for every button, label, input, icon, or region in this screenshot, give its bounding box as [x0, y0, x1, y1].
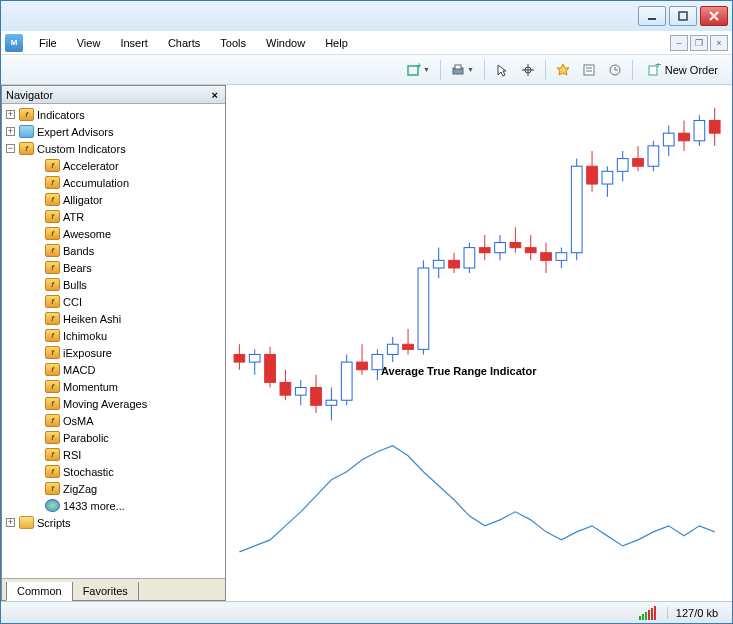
mdi-minimize-button[interactable]: –: [670, 35, 688, 51]
tree-item[interactable]: fMomentum: [2, 378, 225, 395]
menu-file[interactable]: File: [29, 34, 67, 52]
tab-common[interactable]: Common: [6, 582, 73, 601]
svg-rect-82: [709, 120, 720, 133]
maximize-button[interactable]: [669, 6, 697, 26]
function-icon: [19, 125, 34, 138]
function-icon: f: [45, 482, 60, 495]
history-button[interactable]: [603, 59, 627, 81]
navigator-close-icon[interactable]: ×: [209, 89, 221, 101]
function-icon: f: [45, 278, 60, 291]
svg-rect-26: [280, 382, 291, 395]
tree-item[interactable]: fOsMA: [2, 412, 225, 429]
chart-canvas: [226, 85, 732, 601]
svg-rect-62: [556, 253, 567, 261]
mdi-close-button[interactable]: ×: [710, 35, 728, 51]
tree-item-label: RSI: [63, 449, 81, 461]
statusbar: 127/0 kb: [1, 601, 732, 623]
function-icon: f: [19, 108, 34, 121]
tree-item[interactable]: fAwesome: [2, 225, 225, 242]
function-icon: f: [45, 448, 60, 461]
svg-rect-40: [387, 344, 398, 354]
function-icon: f: [45, 210, 60, 223]
menu-window[interactable]: Window: [256, 34, 315, 52]
tree-item[interactable]: +Scripts: [2, 514, 225, 531]
tree-item-label: ZigZag: [63, 483, 97, 495]
navigator-titlebar: Navigator ×: [2, 86, 225, 104]
menu-help[interactable]: Help: [315, 34, 358, 52]
svg-rect-56: [510, 243, 521, 248]
function-icon: f: [45, 261, 60, 274]
svg-rect-76: [663, 133, 674, 146]
tree-item-label: 1433 more...: [63, 500, 125, 512]
svg-rect-50: [464, 248, 475, 268]
tree-item-label: Stochastic: [63, 466, 114, 478]
expand-icon[interactable]: +: [6, 518, 15, 527]
svg-rect-54: [495, 243, 506, 253]
cursor-button[interactable]: [490, 59, 514, 81]
menu-tools[interactable]: Tools: [210, 34, 256, 52]
tree-item[interactable]: fMoving Averages: [2, 395, 225, 412]
tree-item[interactable]: fiExposure: [2, 344, 225, 361]
tab-favorites[interactable]: Favorites: [72, 582, 139, 601]
menu-insert[interactable]: Insert: [110, 34, 158, 52]
tree-item[interactable]: 1433 more...: [2, 497, 225, 514]
new-order-button[interactable]: +New Order: [638, 59, 727, 81]
svg-rect-30: [311, 388, 322, 406]
svg-rect-36: [357, 362, 368, 370]
tree-item-label: OsMA: [63, 415, 94, 427]
minimize-button[interactable]: [638, 6, 666, 26]
tree-item[interactable]: fIchimoku: [2, 327, 225, 344]
function-icon: f: [45, 465, 60, 478]
svg-rect-74: [648, 146, 659, 166]
svg-rect-34: [341, 362, 352, 400]
collapse-icon[interactable]: −: [6, 144, 15, 153]
menu-view[interactable]: View: [67, 34, 111, 52]
svg-rect-80: [694, 120, 705, 140]
close-button[interactable]: [700, 6, 728, 26]
tree-item[interactable]: fATR: [2, 208, 225, 225]
svg-rect-1: [679, 12, 687, 20]
tree-item[interactable]: fAlligator: [2, 191, 225, 208]
tree-item-label: Bands: [63, 245, 94, 257]
tree-item[interactable]: fStochastic: [2, 463, 225, 480]
svg-rect-46: [433, 260, 444, 268]
connection-bars-icon: [639, 606, 657, 620]
function-icon: f: [45, 363, 60, 376]
expand-icon[interactable]: +: [6, 110, 15, 119]
svg-rect-58: [525, 248, 536, 253]
add-chart-button[interactable]: +▼: [402, 59, 435, 81]
favorite-button[interactable]: [551, 59, 575, 81]
expand-icon[interactable]: +: [6, 127, 15, 136]
tree-item[interactable]: fCCI: [2, 293, 225, 310]
tree-item[interactable]: +Expert Advisors: [2, 123, 225, 140]
tree-item[interactable]: +fIndicators: [2, 106, 225, 123]
tree-item[interactable]: fBulls: [2, 276, 225, 293]
navigator-tree[interactable]: +fIndicators+Expert Advisors−fCustom Ind…: [2, 104, 225, 578]
tree-item[interactable]: fBears: [2, 259, 225, 276]
svg-rect-48: [449, 260, 460, 268]
tree-item-label: Indicators: [37, 109, 85, 121]
tree-item[interactable]: fAccumulation: [2, 174, 225, 191]
menu-charts[interactable]: Charts: [158, 34, 210, 52]
svg-rect-72: [633, 159, 644, 167]
tree-item[interactable]: fRSI: [2, 446, 225, 463]
crosshair-button[interactable]: [516, 59, 540, 81]
chart-area[interactable]: Average True Range Indicator: [226, 85, 732, 601]
function-icon: [19, 516, 34, 529]
tree-item[interactable]: −fCustom Indicators: [2, 140, 225, 157]
tree-item[interactable]: fBands: [2, 242, 225, 259]
function-icon: f: [45, 193, 60, 206]
function-icon: f: [45, 312, 60, 325]
tree-item[interactable]: fParabolic: [2, 429, 225, 446]
tree-item[interactable]: fZigZag: [2, 480, 225, 497]
tree-item[interactable]: fMACD: [2, 361, 225, 378]
svg-text:+: +: [655, 63, 661, 70]
mdi-restore-button[interactable]: ❐: [690, 35, 708, 51]
svg-rect-70: [617, 159, 628, 172]
tree-item[interactable]: fAccelerator: [2, 157, 225, 174]
print-button[interactable]: ▼: [446, 59, 479, 81]
svg-rect-11: [584, 65, 594, 75]
properties-button[interactable]: [577, 59, 601, 81]
tree-item[interactable]: fHeiken Ashi: [2, 310, 225, 327]
navigator-tabs: Common Favorites: [2, 578, 225, 600]
